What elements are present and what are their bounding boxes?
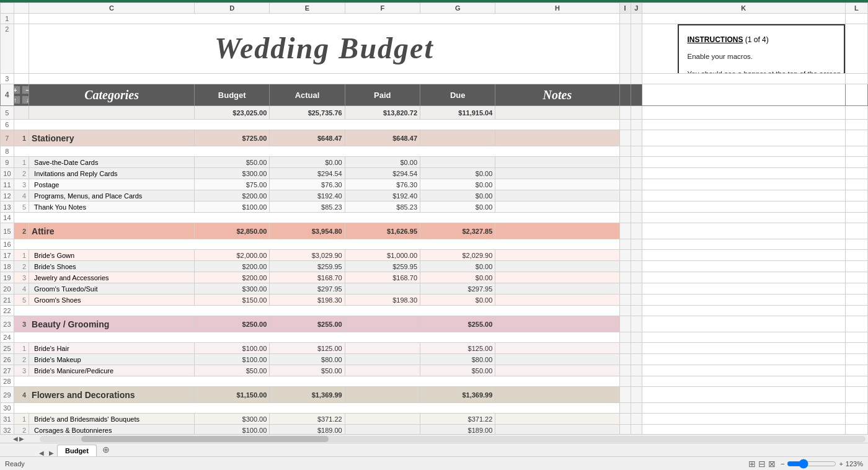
cat1-due: [420, 130, 495, 146]
col-D: D: [195, 3, 270, 14]
rownum-7: 7: [1, 130, 14, 146]
scroll-right-btn[interactable]: ▶: [19, 435, 24, 442]
col-B: [14, 3, 29, 14]
rownum-2: 2: [1, 24, 14, 74]
attire-item-5: 21 5 Groom's Shoes $150.00 $198.30 $198.…: [1, 295, 868, 306]
due-header: Due: [420, 84, 495, 106]
normal-view-icon[interactable]: ⊞: [748, 459, 756, 469]
stat1-budget: $50.00: [195, 157, 270, 168]
h-scrollbar-track[interactable]: [40, 436, 866, 442]
r2-l: [845, 24, 867, 74]
stat2-name: Invitations and Reply Cards: [29, 168, 195, 179]
col-C: C: [29, 3, 195, 14]
cat1-actual: $648.47: [270, 130, 345, 146]
col-G: G: [420, 3, 495, 14]
zoom-control: − + 123%: [781, 459, 863, 469]
attire-item-1: 17 1 Bride's Gown $2,000.00 $3,029.90 $1…: [1, 250, 868, 261]
spreadsheet-main: C D E F G H I J K L 1: [0, 2, 868, 470]
row-6: 6: [1, 120, 868, 130]
attire-item-3: 19 3 Jewelry and Accessories $200.00 $16…: [1, 272, 868, 283]
notes-label: Notes: [543, 88, 572, 102]
scroll-tabs-right[interactable]: ▶: [47, 450, 56, 456]
cat1-budget: $725.00: [195, 130, 270, 146]
row-30: 30: [1, 403, 868, 414]
zoom-level: 123%: [846, 460, 863, 468]
rownum-1: 1: [1, 14, 14, 24]
col-E: E: [270, 3, 345, 14]
cat1-name: Stationery: [29, 130, 195, 146]
col-header-row: C D E F G H I J K L: [1, 3, 868, 14]
stat-item-3: 11 3 Postage $75.00 $76.30 $76.30 $0.00: [1, 179, 868, 190]
stat-item-2: 10 2 Invitations and Reply Cards $300.00…: [1, 168, 868, 179]
row-8: 8: [1, 146, 868, 157]
move-up-btn[interactable]: ↑: [14, 95, 20, 104]
stat1-paid: $0.00: [345, 157, 420, 168]
attire-item-4: 20 4 Groom's Tuxedo/Suit $300.00 $297.95…: [1, 283, 868, 295]
col-K: K: [642, 3, 845, 14]
row-16: 16: [1, 239, 868, 250]
title-cell: Wedding Budget: [29, 24, 619, 74]
beauty-item-1: 25 1 Bride's Hair $100.00 $125.00 $125.0…: [1, 343, 868, 354]
r1-b: [14, 14, 29, 24]
rownum-4: 4: [1, 84, 14, 106]
scroll-left-btn[interactable]: ◀: [13, 435, 18, 442]
col-A: [1, 3, 14, 14]
status-bar: Ready ⊞ ⊟ ⊠ − + 123%: [0, 456, 868, 470]
stat1-due: [420, 157, 495, 168]
cat-stationery-header: 7 1 Stationery $725.00 $648.47 $648.47: [1, 130, 868, 146]
move-down-btn[interactable]: ↓: [22, 95, 29, 104]
r2-k: INSTRUCTIONS (1 of 4) Enable your macros…: [642, 24, 845, 74]
row-24: 24: [1, 332, 868, 343]
excel-app: C D E F G H I J K L 1: [0, 0, 868, 470]
h-scrollbar-area: ◀ ▶: [0, 434, 868, 443]
stat-item-4: 12 4 Programs, Menus, and Place Cards $2…: [1, 190, 868, 202]
actual-header: Actual: [270, 84, 345, 106]
zoom-slider[interactable]: [787, 459, 836, 469]
flowers-item-1: 31 1 Bride's and Bridesmaids' Bouquets $…: [1, 414, 868, 425]
h-scrollbar-thumb[interactable]: [81, 436, 329, 442]
instructions-title: INSTRUCTIONS: [688, 35, 743, 44]
view-icons: ⊞ ⊟ ⊠: [748, 459, 776, 469]
zoom-out-btn[interactable]: −: [781, 460, 784, 468]
col-L: L: [845, 3, 867, 14]
add-sheet-btn[interactable]: ⊕: [98, 443, 114, 456]
flowers-item-2: 32 2 Corsages & Boutonnieres $100.00 $18…: [1, 425, 868, 435]
page-layout-icon[interactable]: ⊟: [758, 459, 766, 469]
r1-i: [619, 14, 631, 24]
page-break-icon[interactable]: ⊠: [768, 459, 776, 469]
total-paid: $13,820.72: [345, 106, 420, 120]
spreadsheet-table: C D E F G H I J K L 1: [0, 2, 868, 434]
col-I: I: [619, 3, 631, 14]
ready-status: Ready: [5, 460, 25, 468]
sheet-tab-budget[interactable]: Budget: [57, 445, 97, 456]
stat1-actual: $0.00: [270, 157, 345, 168]
paid-header: Paid: [345, 84, 420, 106]
budget-header: Budget: [195, 84, 270, 106]
instructions-step1: Enable your macros.: [688, 51, 835, 62]
cat-beauty-header: 23 3 Beauty / Grooming $250.00 $255.00 $…: [1, 316, 868, 332]
column-headers-row: 4 + − ↑ ↓: [1, 84, 868, 106]
instructions-step2: You should see a banner at the top of th…: [688, 69, 835, 74]
r2-b: [14, 24, 29, 74]
scroll-tabs-left[interactable]: ◀: [37, 450, 46, 456]
attire-item-2: 18 2 Bride's Shoes $200.00 $259.95 $259.…: [1, 261, 868, 272]
cat1-paid: $648.47: [345, 130, 420, 146]
totals-row: 5 $23,025.00 $25,735.76 $13,820.72 $11,9…: [1, 106, 868, 120]
zoom-in-btn[interactable]: +: [839, 460, 843, 468]
col-J: J: [631, 3, 642, 14]
r1-title: [29, 14, 619, 24]
grid-container: C D E F G H I J K L 1: [0, 2, 868, 434]
r1-k: [642, 14, 845, 24]
wedding-budget-title: Wedding Budget: [215, 32, 434, 64]
add-row-btn[interactable]: +: [14, 86, 20, 94]
instructions-page: (1 of 4): [745, 35, 769, 44]
rownum-5: 5: [1, 106, 14, 120]
sheet-area: C D E F G H I J K L 1: [0, 2, 868, 434]
sheet-tabs-bar: ◀ ▶ Budget ⊕: [0, 443, 868, 456]
total-due: $11,915.04: [420, 106, 495, 120]
rownum-3: 3: [1, 74, 14, 84]
rownum-6: 6: [1, 120, 14, 130]
remove-row-btn[interactable]: −: [22, 86, 29, 94]
notes-header: Notes: [495, 84, 619, 106]
r2-j: [631, 24, 642, 74]
